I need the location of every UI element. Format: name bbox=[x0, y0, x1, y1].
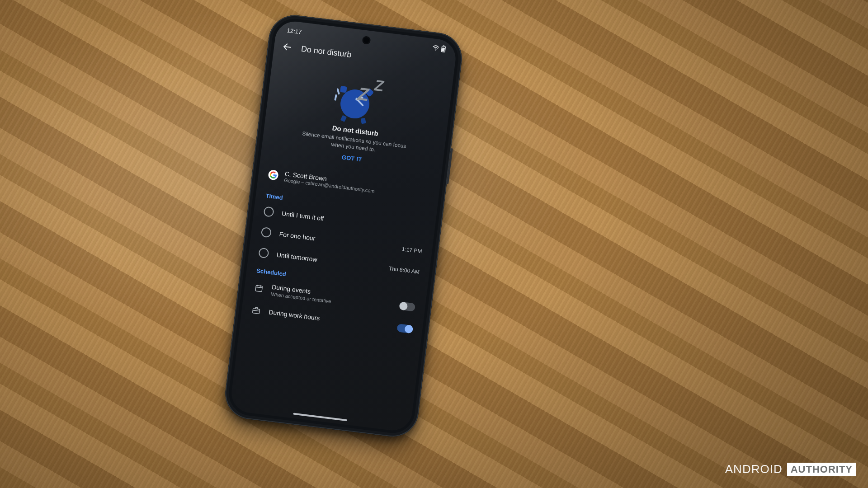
battery-icon bbox=[440, 45, 446, 54]
watermark-part1: ANDROID bbox=[725, 462, 783, 476]
option-time: 1:17 PM bbox=[401, 246, 422, 255]
watermark-part2: AUTHORITY bbox=[787, 463, 856, 476]
svg-point-0 bbox=[435, 50, 436, 51]
back-button[interactable] bbox=[282, 42, 293, 53]
wifi-icon bbox=[432, 45, 440, 52]
page-title: Do not disturb bbox=[301, 44, 352, 60]
watermark: ANDROID AUTHORITY bbox=[725, 462, 856, 476]
radio-icon bbox=[261, 227, 272, 238]
briefcase-icon bbox=[251, 305, 261, 315]
svg-rect-3 bbox=[442, 47, 445, 52]
svg-rect-4 bbox=[255, 286, 263, 292]
toggle-switch[interactable] bbox=[399, 302, 415, 312]
phone-screen: 12:17 Do not disturb bbox=[229, 19, 458, 432]
sleeping-clock-icon: ZZ bbox=[330, 70, 390, 126]
option-time: Thu 8:00 AM bbox=[388, 265, 420, 275]
radio-icon bbox=[258, 248, 269, 259]
radio-icon bbox=[263, 206, 274, 218]
status-time: 12:17 bbox=[287, 27, 302, 36]
home-indicator[interactable] bbox=[293, 413, 347, 422]
google-logo-icon bbox=[268, 169, 279, 181]
toggle-switch[interactable] bbox=[396, 324, 413, 334]
calendar-icon bbox=[254, 283, 264, 293]
